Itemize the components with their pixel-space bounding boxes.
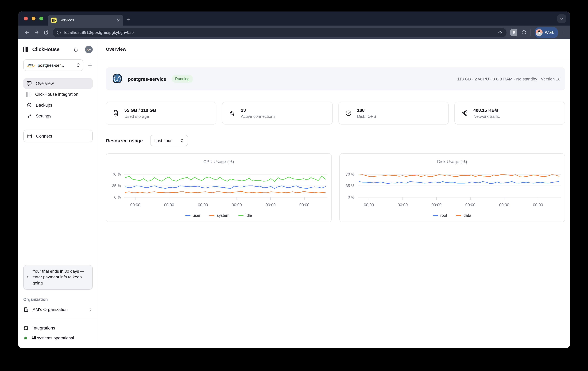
- integrations-label: Integrations: [32, 326, 55, 331]
- svg-text:35 %: 35 %: [346, 184, 354, 188]
- toolbar-divider: [530, 29, 531, 36]
- legend-item-idle: idle: [238, 213, 252, 218]
- notifications-bell-icon[interactable]: [73, 47, 79, 52]
- brand-row: ClickHouse AM: [23, 46, 93, 53]
- legend-swatch-icon: [210, 215, 215, 216]
- sidebar-item-label: Backups: [36, 103, 52, 108]
- gauge-icon: [345, 110, 352, 117]
- profile-chip[interactable]: Work: [535, 27, 558, 38]
- sidebar-item-overview[interactable]: Overview: [23, 78, 93, 89]
- svg-text:35 %: 35 %: [112, 184, 121, 188]
- tab-search-button[interactable]: [557, 14, 566, 23]
- stat-label: Active connections: [241, 114, 276, 119]
- integrations-item[interactable]: Integrations: [23, 325, 93, 331]
- svg-text:00:00: 00:00: [533, 203, 543, 207]
- chevron-down-icon: [560, 17, 564, 20]
- stat-value: 23: [241, 108, 276, 113]
- add-service-button[interactable]: [87, 62, 93, 68]
- svg-text:00:00: 00:00: [266, 203, 276, 207]
- system-status[interactable]: All systems operational: [23, 336, 93, 340]
- status-dot-icon: [24, 337, 27, 339]
- sidebar-bottom: Your trial ends in 30 days — enter payme…: [23, 265, 93, 348]
- zoom-window-button[interactable]: [39, 17, 43, 20]
- stat-value: 408.15 KB/s: [473, 108, 500, 113]
- forward-button[interactable]: [32, 28, 41, 37]
- sidebar-item-label: Overview: [36, 81, 54, 86]
- service-summary-card: postgres-service Running 118 GB · 2 vCPU…: [106, 67, 565, 90]
- legend-swatch-icon: [238, 215, 243, 216]
- postgresql-logo-icon: [112, 73, 123, 85]
- page-content: postgres-service Running 118 GB · 2 vCPU…: [98, 59, 570, 222]
- organization-building-icon: [23, 307, 29, 312]
- stat-label: Network traffic: [473, 114, 500, 119]
- new-tab-button[interactable]: +: [124, 15, 133, 24]
- site-info-icon[interactable]: [57, 30, 61, 35]
- connect-button[interactable]: Connect: [23, 130, 93, 142]
- service-selector[interactable]: aws postgres-ser...: [23, 59, 84, 71]
- url-text[interactable]: localhost:8910/postgres/pgkybgnv0s5ii: [64, 30, 494, 35]
- shield-extension-icon[interactable]: [510, 29, 517, 36]
- profile-name: Work: [545, 30, 554, 35]
- service-specs: 118 GB · 2 vCPU · 8 GB RAM · No standby …: [457, 76, 560, 81]
- legend-item-data: data: [456, 213, 471, 218]
- service-name: postgres-service: [128, 76, 166, 81]
- trial-text: Your trial ends in 30 days — enter payme…: [32, 268, 89, 286]
- cpu-usage-chart-card: CPU Usage (%) 70 %35 %0 %00:0000:0000:00…: [106, 153, 332, 222]
- tab-services[interactable]: Services ✕: [48, 15, 123, 26]
- close-window-button[interactable]: [24, 17, 28, 20]
- sidebar: ClickHouse AM aws postgres-ser...: [18, 39, 98, 348]
- sidebar-item-label: Settings: [36, 114, 52, 119]
- main-panel: Overview postgres-service Runn: [98, 39, 570, 348]
- status-badge: Running: [172, 75, 193, 83]
- network-icon: [461, 110, 468, 117]
- tab-close-icon[interactable]: ✕: [117, 18, 120, 22]
- time-range-value: Last hour: [154, 138, 172, 143]
- legend-swatch-icon: [456, 215, 461, 216]
- plug-icon: [229, 110, 236, 117]
- sidebar-item-backups[interactable]: Backups: [23, 100, 93, 110]
- resource-usage-row: Resource usage Last hour: [106, 135, 565, 146]
- legend-label: data: [463, 213, 471, 218]
- stat-card-active-connections: 23Active connections: [222, 102, 333, 124]
- sidebar-item-settings[interactable]: Settings: [23, 111, 93, 121]
- svg-text:0 %: 0 %: [348, 195, 354, 199]
- url-bar[interactable]: localhost:8910/postgres/pgkybgnv0s5ii: [53, 28, 506, 37]
- screen: Services ✕ + localhost:8910/postgres/pgk…: [0, 0, 588, 371]
- stat-card-network-traffic: 408.15 KB/sNetwork traffic: [455, 102, 565, 124]
- organization-item[interactable]: AM's Organization: [23, 307, 93, 312]
- chevron-updown-icon: [76, 63, 80, 67]
- svg-text:00:00: 00:00: [232, 203, 242, 207]
- toolbar-extensions: Work: [510, 27, 566, 38]
- clickhouse-logo-icon: [23, 47, 29, 52]
- connect-label: Connect: [36, 134, 52, 138]
- service-selector-row: aws postgres-ser...: [23, 59, 93, 71]
- user-avatar[interactable]: AM: [85, 46, 93, 53]
- chart-title: CPU Usage (%): [106, 159, 331, 164]
- reload-button[interactable]: [41, 28, 51, 37]
- organization-name: AM's Organization: [32, 307, 85, 312]
- chevron-updown-icon: [180, 138, 184, 142]
- legend-swatch-icon: [433, 215, 438, 216]
- time-range-select[interactable]: Last hour: [150, 135, 188, 146]
- page-header: Overview: [98, 39, 570, 59]
- extensions-puzzle-icon[interactable]: [521, 30, 527, 35]
- legend-label: system: [217, 213, 230, 218]
- database-icon: [113, 110, 119, 117]
- minimize-window-button[interactable]: [32, 17, 35, 20]
- bookmark-star-icon[interactable]: [498, 30, 503, 35]
- legend-item-user: user: [185, 213, 200, 218]
- tab-strip: Services ✕ +: [18, 11, 570, 26]
- svg-text:70 %: 70 %: [112, 172, 121, 176]
- clickhouse-bars-icon: [27, 92, 31, 97]
- browser-menu-icon[interactable]: [562, 30, 566, 35]
- svg-text:aws: aws: [28, 63, 33, 66]
- overview-board-icon: [27, 81, 32, 86]
- stat-card-used-storage: 55 GB / 118 GBUsed storage: [106, 102, 216, 124]
- back-button[interactable]: [22, 28, 32, 37]
- browser-window: Services ✕ + localhost:8910/postgres/pgk…: [18, 11, 570, 348]
- sidebar-item-clickhouse-integration[interactable]: ClickHouse integration: [23, 89, 93, 100]
- stat-card-disk-iops: 188Disk IOPS: [338, 102, 449, 124]
- status-text: All systems operational: [31, 336, 74, 340]
- aws-logo-icon: aws: [27, 63, 35, 68]
- trial-notice: Your trial ends in 30 days — enter payme…: [23, 265, 93, 290]
